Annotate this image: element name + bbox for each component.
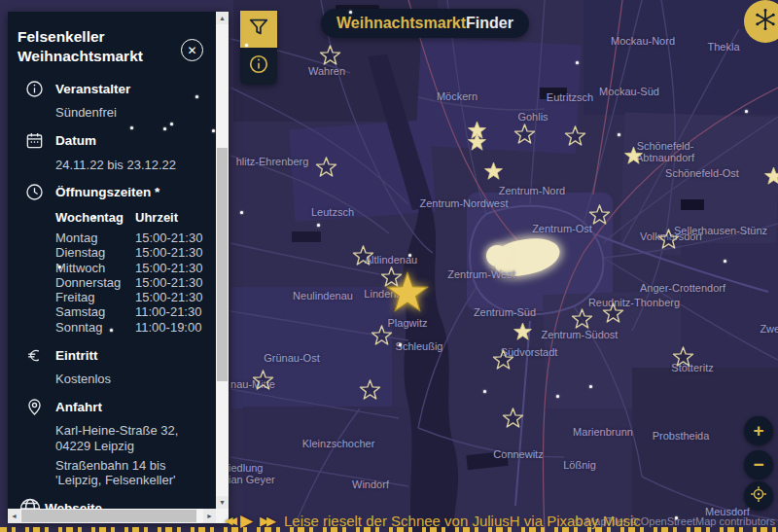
snow-dot xyxy=(110,329,113,332)
snow-dot xyxy=(58,266,61,268)
snow-dot xyxy=(399,343,402,346)
snow-dot xyxy=(163,127,166,130)
snow-dot xyxy=(745,110,748,113)
snow-dot xyxy=(245,44,248,47)
snow-dot xyxy=(408,254,411,257)
snow-dot xyxy=(576,61,579,64)
snow-dot xyxy=(240,211,243,214)
snow-dot xyxy=(556,395,559,398)
snow-dot xyxy=(130,126,133,129)
snow-dot xyxy=(589,385,592,388)
snow-dot xyxy=(170,123,173,125)
snow-dot xyxy=(317,224,320,227)
snow-dot xyxy=(675,516,678,519)
snow-dot xyxy=(349,11,352,14)
snow-dot xyxy=(483,390,486,393)
snow-dot xyxy=(195,95,198,98)
snow-dot xyxy=(212,129,215,132)
snow-dot xyxy=(724,260,726,263)
snow-dot xyxy=(618,133,620,136)
snow-dot xyxy=(93,216,96,219)
